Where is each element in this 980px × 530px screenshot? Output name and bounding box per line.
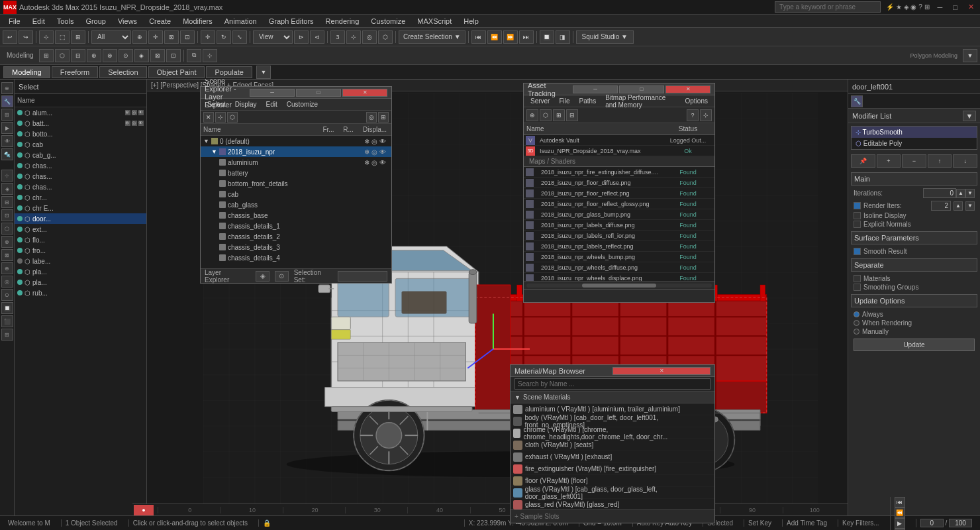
- at-row-map6[interactable]: 2018_isuzu_npr_labels_diffuse.png Found: [524, 220, 714, 231]
- menu-help[interactable]: Help: [458, 16, 484, 26]
- list-item-batt[interactable]: ⬡ batt... ❄ ◎ 👁: [15, 118, 146, 129]
- minimize-button[interactable]: ─: [935, 3, 946, 11]
- rp-explicit-check[interactable]: [854, 221, 861, 228]
- play-prev-btn[interactable]: ⏮: [895, 497, 905, 507]
- poly-btn11[interactable]: ⊹: [203, 49, 217, 62]
- rp-update-button[interactable]: Update: [854, 339, 975, 351]
- status-lock[interactable]: 🔒: [258, 519, 275, 527]
- sidebar-icon2[interactable]: ◈: [1, 183, 13, 195]
- rp-del-btn[interactable]: −: [902, 154, 926, 168]
- mb-item-glass-red[interactable]: glass_red (VRayMtl) [glass_red]: [511, 499, 714, 509]
- tool-btn10[interactable]: ⬡: [378, 30, 393, 44]
- rp-pin-btn[interactable]: 📌: [851, 154, 875, 168]
- at-menu-server[interactable]: Server: [526, 97, 554, 105]
- at-minimize-btn[interactable]: ─: [573, 85, 618, 93]
- rp-section-surface[interactable]: Surface Parameters: [851, 231, 977, 244]
- tab-modeling[interactable]: Modeling: [3, 66, 50, 78]
- at-row-map8[interactable]: 2018_isuzu_npr_labels_reflect.png Found: [524, 241, 714, 252]
- sidebar-motion-icon[interactable]: ▶: [1, 122, 13, 134]
- mb-item-fire[interactable]: fire_extinguisher (VrayMtl) [fire_exting…: [511, 463, 714, 475]
- prev-frame-btn[interactable]: ⏪: [895, 507, 905, 518]
- tab-more-button[interactable]: ▼: [256, 66, 271, 79]
- sidebar-icon5[interactable]: ⬡: [1, 223, 13, 235]
- sidebar-icon6[interactable]: ⊗: [1, 236, 13, 248]
- sidebar-icon4[interactable]: ⊡: [1, 209, 13, 221]
- sidebar-modify-icon[interactable]: 🔧: [1, 95, 13, 107]
- rp-smooth-check[interactable]: [854, 248, 861, 255]
- at-maximize-btn[interactable]: □: [619, 85, 664, 93]
- list-item-flo[interactable]: ⬡ flo...: [15, 235, 146, 245]
- frame-input[interactable]: [920, 519, 944, 527]
- rp-render-iters-input[interactable]: [931, 201, 951, 211]
- mb-footer[interactable]: + Sample Slots: [511, 509, 714, 523]
- anim-btn2[interactable]: ⏪: [487, 30, 502, 44]
- menu-tools[interactable]: Tools: [52, 16, 79, 26]
- se-footer-icon2[interactable]: ⊙: [275, 271, 289, 282]
- menu-file[interactable]: File: [3, 16, 26, 26]
- rp-render-iters-up[interactable]: ▲: [954, 201, 963, 211]
- se-tool-right1[interactable]: ◎: [366, 112, 377, 123]
- menu-maxscript[interactable]: MAXScript: [412, 16, 457, 26]
- menu-animation[interactable]: Animation: [219, 16, 262, 26]
- poly-btn7[interactable]: ◈: [134, 49, 149, 62]
- sidebar-icon13[interactable]: ⊞: [1, 329, 13, 341]
- rp-smoothing-check[interactable]: [854, 284, 861, 291]
- mb-search-input[interactable]: [514, 378, 710, 390]
- tool-btn7[interactable]: 3: [330, 30, 345, 44]
- render-btn2[interactable]: ◨: [556, 30, 570, 44]
- list-item-fro[interactable]: ⬡ fro...: [15, 245, 146, 256]
- sidebar-icon8[interactable]: ⊕: [1, 262, 13, 274]
- se-tool-search[interactable]: ⊹: [215, 112, 226, 123]
- se-menu-display[interactable]: Display: [231, 100, 261, 109]
- select-button[interactable]: ⊹: [39, 30, 54, 44]
- at-close-btn[interactable]: ✕: [665, 85, 710, 93]
- list-item-rub[interactable]: ⬡ rub...: [15, 288, 146, 298]
- menu-views[interactable]: Views: [113, 16, 142, 26]
- poly-btn1[interactable]: ⊞: [39, 49, 54, 62]
- tool-btn1[interactable]: ⊕: [132, 30, 147, 44]
- menu-modifiers[interactable]: Modifiers: [177, 16, 218, 26]
- sidebar-icon7[interactable]: ⊠: [1, 249, 13, 261]
- at-menu-options[interactable]: Options: [681, 97, 712, 105]
- se-item-chassis4[interactable]: chassis_details_4: [201, 252, 391, 263]
- at-menu-paths[interactable]: Paths: [575, 97, 601, 105]
- poly-btn10[interactable]: ⧉: [187, 49, 201, 62]
- se-item-chassis3[interactable]: chassis_details_3: [201, 242, 391, 252]
- list-item-door[interactable]: ⬡ door...: [15, 213, 146, 224]
- at-scrollbar-thumb[interactable]: [582, 284, 656, 288]
- at-row-map1[interactable]: 2018_isuzu_npr_fire_extinguisher_diffuse…: [524, 167, 714, 178]
- squid-studio-dropdown[interactable]: Squid Studio ▼: [576, 30, 634, 44]
- mb-titlebar[interactable]: Material/Map Browser ✕: [511, 365, 714, 377]
- se-item-chassis1[interactable]: chassis_details_1: [201, 221, 391, 231]
- poly-btn9[interactable]: ⊡: [166, 49, 181, 62]
- redo-button[interactable]: ↪: [19, 30, 33, 44]
- rp-section-update[interactable]: Update Options: [851, 294, 977, 307]
- mb-item-cloth[interactable]: cloth (VRayMtl ) [seats]: [511, 439, 714, 451]
- se-item-bottom-front[interactable]: bottom_front_details: [201, 178, 391, 189]
- list-item-pla2[interactable]: ⬡ pla...: [15, 277, 146, 288]
- rp-modifier-dropdown[interactable]: ▼: [963, 111, 976, 121]
- rp-mod-epoly[interactable]: ⬡ Editable Poly: [852, 138, 977, 149]
- anim-btn1[interactable]: ⏮: [471, 30, 486, 44]
- list-item-chas1[interactable]: ⬡ chas...: [15, 160, 146, 171]
- rp-render-iters-check[interactable]: [854, 202, 861, 209]
- at-row-map10[interactable]: 2018_isuzu_npr_wheels_diffuse.png Found: [524, 262, 714, 273]
- sidebar-icon12[interactable]: ⬛: [1, 315, 13, 327]
- list-item-cab[interactable]: ⬡ cab: [15, 139, 146, 150]
- list-item-chas3[interactable]: ⬡ chas...: [15, 182, 146, 192]
- at-row-maxfile[interactable]: 3D Isuzu_NPR_Dropside_2018_vray.max Ok: [524, 146, 714, 156]
- animate-btn[interactable]: ●: [134, 505, 154, 515]
- tab-freeform[interactable]: Freeform: [52, 66, 99, 78]
- tool-btn3[interactable]: ⊠: [164, 30, 179, 44]
- se-tool-filter[interactable]: ✕: [203, 112, 214, 123]
- se-item-isuzu[interactable]: ▼ 2018_isuzu_npr ❄ ◎ 👁: [201, 146, 391, 157]
- at-row-vault[interactable]: V Autodesk Vault Logged Out...: [524, 135, 714, 146]
- at-row-map4[interactable]: 2018_isuzu_npr_floor_reflect_glossy.png …: [524, 199, 714, 209]
- anim-btn4[interactable]: ⏭: [519, 30, 534, 44]
- poly-btn6[interactable]: ⊙: [119, 49, 133, 62]
- at-menu-bitmap[interactable]: Bitmap Performance and Memory: [601, 93, 679, 109]
- rp-iterations-up[interactable]: ▲: [956, 189, 965, 198]
- se-item-cab[interactable]: cab: [201, 189, 391, 199]
- rp-manually-radio[interactable]: [854, 329, 859, 335]
- tool-btn6[interactable]: ⊲: [310, 30, 324, 44]
